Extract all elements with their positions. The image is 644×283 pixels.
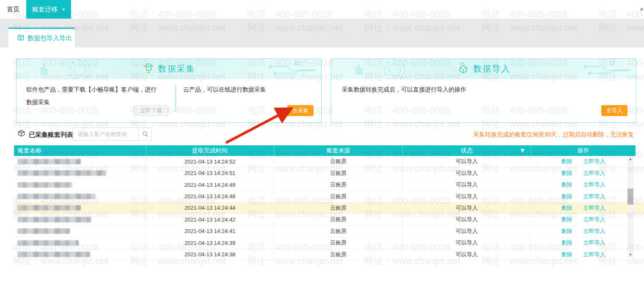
import-now-link[interactable]: 立即导入: [583, 216, 605, 223]
account-name-redacted: [17, 217, 91, 222]
data-collect-panel-body: 软件包产品，需要下载【小畅导账】客户端，进行 数据采集 立即下载 云产品，可以在…: [17, 79, 321, 122]
delete-link[interactable]: 删除: [561, 193, 572, 200]
corner-close-icon[interactable]: ×: [640, 6, 644, 13]
import-now-link[interactable]: 立即导入: [583, 193, 605, 200]
go-collect-button[interactable]: 去采集: [287, 105, 314, 116]
data-package-icon: [17, 34, 24, 42]
delete-link[interactable]: 删除: [561, 158, 572, 165]
status-filter-icon[interactable]: [520, 148, 525, 155]
account-name-redacted: [17, 182, 72, 188]
table-row: 2021-04-13 14:24:44 云账房 可以导入 删除 立即导入: [14, 203, 636, 214]
delete-link[interactable]: 删除: [561, 181, 572, 189]
column-header-account-source[interactable]: 账套来源: [274, 145, 403, 156]
operations-cell: 删除 立即导入: [531, 226, 636, 237]
delete-link[interactable]: 删除: [561, 169, 572, 177]
operations-cell: 删除 立即导入: [531, 156, 636, 167]
data-import-panel-header: 数据导入: [331, 59, 636, 79]
tab-data-package-import-export[interactable]: 数据包导入导出: [8, 28, 75, 47]
data-import-title: 数据导入: [473, 63, 511, 75]
table-row: 2021-04-13 14:24:49 云账房 可以导入 删除 立即导入: [14, 179, 636, 191]
operations-cell: 删除 立即导入: [531, 214, 636, 225]
extract-time-cell: 2021-04-13 14:24:52: [146, 156, 274, 167]
tab-home[interactable]: 首页: [7, 0, 19, 19]
extract-time-cell: 2021-04-13 14:24:51: [146, 167, 274, 178]
account-source-cell: 云账房: [274, 203, 403, 214]
search-button[interactable]: [139, 128, 152, 141]
delete-link[interactable]: 删除: [561, 216, 572, 223]
column-header-operations[interactable]: 操作: [531, 145, 636, 156]
import-now-link[interactable]: 立即导入: [583, 169, 605, 177]
account-name-cell: [14, 179, 146, 190]
delete-link[interactable]: 删除: [561, 228, 572, 235]
status-cell: 可以导入: [403, 179, 531, 190]
data-import-panel: 数据导入 采集数据转换完成后，可以直接进行导入的操作 去导入: [331, 58, 636, 123]
account-name-redacted: [17, 240, 79, 246]
tab-close-icon[interactable]: ×: [62, 6, 65, 13]
account-source-cell: 云账房: [274, 214, 403, 225]
account-name-cell: [14, 226, 146, 237]
account-migration-page: 首页 账套迁移 × × 数据包导入导出: [0, 0, 644, 283]
extract-time-cell: 2021-04-13 14:24:48: [146, 191, 274, 202]
account-name-redacted: [17, 194, 96, 199]
operations-cell: 删除 立即导入: [531, 249, 636, 260]
table-row: 2021-04-13 14:24:41 云账房 可以导入 删除 立即导入: [14, 226, 636, 237]
customer-search-input[interactable]: [73, 128, 139, 141]
status-cell: 可以导入: [403, 214, 531, 225]
table-row: 2021-04-13 14:24:39 云账房 可以导入 删除 立即导入: [14, 237, 636, 249]
delete-link[interactable]: 删除: [561, 204, 572, 212]
account-name-cell: [14, 156, 146, 167]
import-now-link[interactable]: 立即导入: [583, 251, 605, 258]
data-collect-panel-header: 数据采集: [17, 59, 321, 79]
table-row: 2021-04-13 14:24:51 云账房 可以导入 删除 立即导入: [14, 167, 636, 179]
account-source-cell: 云账房: [274, 167, 403, 178]
operations-cell: 删除 立即导入: [531, 203, 636, 214]
table-scrollbar[interactable]: ▲ ▼: [627, 156, 633, 258]
go-import-button[interactable]: 去导入: [601, 105, 627, 116]
account-source-cell: 云账房: [274, 249, 403, 260]
table-row: 2021-04-13 14:24:48 云账房 可以导入 删除 立即导入: [14, 191, 636, 202]
account-name-redacted: [17, 170, 106, 176]
extract-time-cell: 2021-04-13 14:24:44: [146, 203, 274, 214]
table-header: 账套名称 提取完成时间 账套来源 状态 操作: [14, 145, 636, 156]
account-source-cell: 云账房: [274, 179, 403, 190]
table-row: 2021-04-13 14:24:42 云账房 可以导入 删除 立即导入: [14, 214, 636, 225]
account-name-redacted: [17, 252, 90, 257]
delete-link[interactable]: 删除: [561, 239, 572, 247]
import-now-link[interactable]: 立即导入: [583, 181, 605, 189]
tab-account-migration-label: 账套迁移: [32, 6, 58, 14]
import-now-link[interactable]: 立即导入: [583, 204, 605, 212]
collect-desc-line2: 数据采集: [26, 96, 50, 108]
collected-list-icon: [17, 129, 26, 139]
search-icon: [142, 131, 149, 137]
download-now-button[interactable]: 立即下载: [134, 105, 168, 116]
extract-time-cell: 2021-04-13 14:24:41: [146, 226, 274, 237]
scroll-down-icon[interactable]: ▼: [627, 252, 633, 257]
delete-link[interactable]: 删除: [561, 251, 572, 258]
account-name-redacted: [17, 159, 81, 164]
column-header-status[interactable]: 状态: [403, 145, 531, 156]
import-now-link[interactable]: 立即导入: [583, 228, 605, 235]
account-source-cell: 云账房: [274, 237, 403, 248]
data-import-panel-body: 采集数据转换完成后，可以直接进行导入的操作 去导入: [331, 79, 636, 122]
tab-data-package-label: 数据包导入导出: [28, 34, 72, 42]
account-source-cell: 云账房: [274, 226, 403, 237]
tab-account-migration[interactable]: 账套迁移 ×: [26, 0, 71, 19]
operations-cell: 删除 立即导入: [531, 191, 636, 202]
account-source-cell: 云账房: [274, 191, 403, 202]
column-header-account-name[interactable]: 账套名称: [14, 145, 146, 156]
scroll-up-icon[interactable]: ▲: [627, 156, 633, 161]
column-header-status-label: 状态: [461, 147, 473, 155]
account-name-redacted: [17, 228, 70, 234]
table-row: 2021-04-13 14:24:38 云账房 可以导入 删除 立即导入: [14, 249, 636, 261]
import-now-link[interactable]: 立即导入: [583, 239, 605, 247]
account-name-cell: [14, 203, 146, 214]
status-cell: 可以导入: [403, 167, 531, 178]
status-cell: 可以导入: [403, 249, 531, 260]
status-cell: 可以导入: [403, 237, 531, 248]
import-now-link[interactable]: 立即导入: [583, 158, 605, 165]
operations-cell: 删除 立即导入: [531, 167, 636, 178]
top-tab-bar: 首页 账套迁移 × ×: [0, 0, 644, 19]
column-header-extract-time[interactable]: 提取完成时间: [146, 145, 274, 156]
operations-cell: 删除 立即导入: [531, 237, 636, 248]
scrollbar-thumb[interactable]: [627, 189, 633, 205]
